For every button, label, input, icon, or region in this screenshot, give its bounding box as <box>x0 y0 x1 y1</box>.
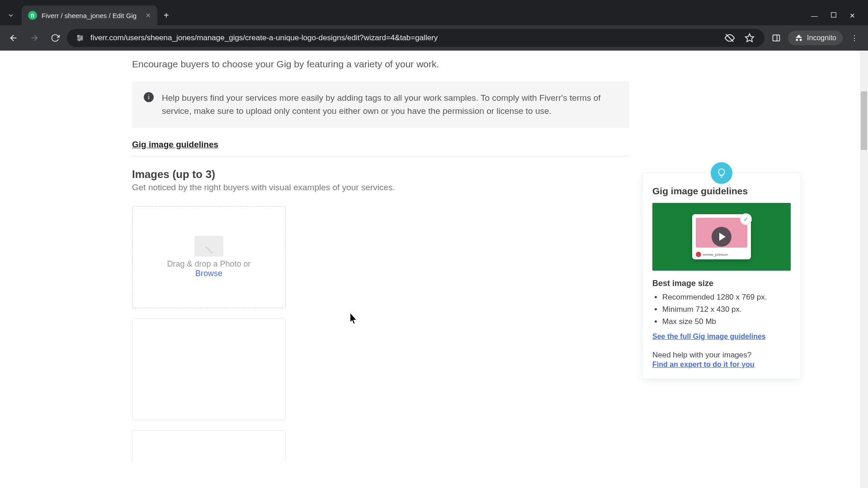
lead-text: Encourage buyers to choose your Gig by f… <box>132 59 633 70</box>
browse-link[interactable]: Browse <box>195 269 222 278</box>
svg-rect-0 <box>831 13 836 18</box>
tip-title: Gig image guidelines <box>652 186 791 197</box>
svg-rect-11 <box>773 35 780 41</box>
tip-panel: Gig image guidelines ✓ emma_johnson Best… <box>642 173 801 379</box>
find-expert-link[interactable]: Find an expert to do it for you <box>652 361 755 369</box>
bookmark-icon[interactable] <box>742 33 757 43</box>
notice-text: Help buyers find your services more easi… <box>162 91 618 118</box>
image-slot-3[interactable] <box>132 430 286 462</box>
tab-close-button[interactable]: ✕ <box>146 12 151 19</box>
best-size-heading: Best image size <box>652 279 791 288</box>
tab-search-button[interactable] <box>0 5 22 25</box>
main-content: Encourage buyers to choose your Gig by f… <box>0 51 633 462</box>
nav-forward-button <box>25 29 43 47</box>
browser-address-bar: fiverr.com/users/sheena_jones/manage_gig… <box>0 25 868 51</box>
tip-video-thumbnail[interactable]: ✓ emma_johnson <box>652 203 791 271</box>
incognito-icon <box>794 33 803 42</box>
images-section-title: Images (up to 3) <box>132 168 633 181</box>
svg-marker-10 <box>745 34 754 42</box>
images-section-subtitle: Get noticed by the right buyers with vis… <box>132 183 633 192</box>
check-icon: ✓ <box>740 213 752 225</box>
url-text: fiverr.com/users/sheena_jones/manage_gig… <box>90 33 717 42</box>
list-item: Max size 50 Mb <box>662 315 791 328</box>
size-bullet-list: Recommended 1280 x 769 px. Minimum 712 x… <box>652 291 791 328</box>
svg-point-7 <box>81 37 82 38</box>
nav-reload-button[interactable] <box>46 29 64 47</box>
incognito-indicator[interactable]: Incognito <box>788 31 843 45</box>
play-button[interactable] <box>712 227 731 247</box>
list-item: Minimum 712 x 430 px. <box>662 303 791 315</box>
full-guidelines-link[interactable]: See the full Gig image guidelines <box>652 333 766 341</box>
lightbulb-icon <box>711 162 732 184</box>
side-panel-button[interactable] <box>767 29 785 47</box>
browser-menu-button[interactable]: ⋮ <box>845 34 863 42</box>
list-item: Recommended 1280 x 769 px. <box>662 291 791 303</box>
url-input[interactable]: fiverr.com/users/sheena_jones/manage_gig… <box>67 29 764 47</box>
page-viewport: Encourage buyers to choose your Gig by f… <box>0 51 868 488</box>
info-notice: i Help buyers find your services more ea… <box>132 81 629 128</box>
window-controls: — ✕ <box>811 12 863 25</box>
new-tab-button[interactable]: + <box>157 5 175 25</box>
svg-point-8 <box>79 39 80 41</box>
incognito-label: Incognito <box>807 34 836 42</box>
video-username: emma_johnson <box>703 253 728 257</box>
browser-tab[interactable]: fi Fiverr / sheena_jones / Edit Gig ✕ <box>22 5 157 25</box>
window-maximize-button[interactable] <box>830 12 837 20</box>
browser-tab-strip: fi Fiverr / sheena_jones / Edit Gig ✕ + … <box>0 0 868 25</box>
section-divider <box>132 156 629 156</box>
site-settings-icon[interactable] <box>74 32 86 44</box>
info-icon: i <box>144 92 154 102</box>
image-placeholder-icon <box>194 236 223 257</box>
play-icon <box>719 233 726 241</box>
nav-back-button[interactable] <box>5 29 23 47</box>
avatar-icon <box>696 252 701 257</box>
tracking-protection-icon[interactable] <box>722 33 737 43</box>
image-dropzone[interactable]: Drag & drop a Photo or Browse <box>132 206 286 308</box>
svg-point-6 <box>78 35 79 37</box>
image-slot-2[interactable] <box>132 318 286 420</box>
tab-title: Fiverr / sheena_jones / Edit Gig <box>42 12 141 19</box>
help-question: Need help with your images? <box>652 351 791 360</box>
vertical-scrollbar[interactable] <box>860 51 868 488</box>
fiverr-favicon-icon: fi <box>28 11 37 20</box>
scrollbar-thumb[interactable] <box>861 91 867 150</box>
window-minimize-button[interactable]: — <box>811 12 818 20</box>
dropzone-text: Drag & drop a Photo or <box>167 259 250 268</box>
gig-image-guidelines-link[interactable]: Gig image guidelines <box>132 140 218 150</box>
window-close-button[interactable]: ✕ <box>849 12 855 20</box>
